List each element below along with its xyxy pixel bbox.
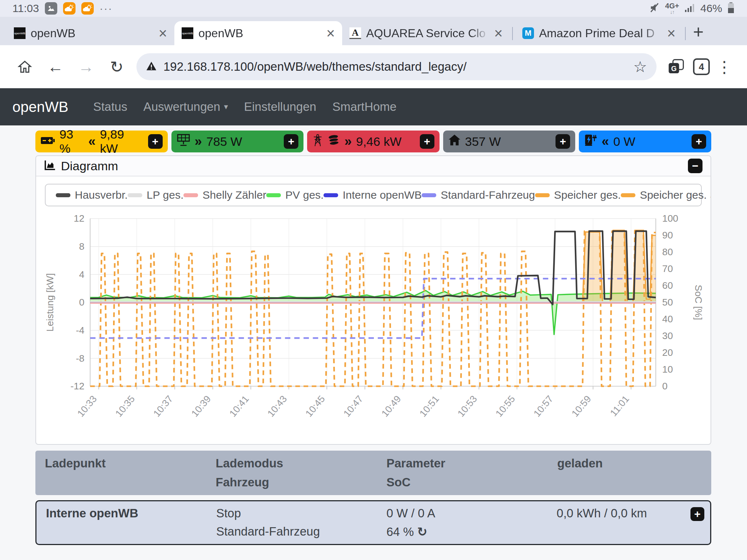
- expand-plus-button[interactable]: +: [690, 507, 704, 521]
- legend-item-shelly[interactable]: Shelly Zähler: [183, 189, 266, 201]
- tab-title: openWB: [198, 27, 321, 40]
- legend-item-hausverbr[interactable]: Hausverbr.: [56, 189, 128, 201]
- parameter-power-current: 0 W / 0 A: [386, 506, 557, 520]
- svg-text:8: 8: [79, 241, 85, 252]
- collapse-minus-button[interactable]: −: [688, 159, 703, 173]
- close-tab-icon[interactable]: ×: [494, 26, 503, 40]
- nav-smarthome[interactable]: SmartHome: [332, 100, 396, 114]
- battery-soc-value: 93 %: [59, 127, 84, 156]
- svg-text:40: 40: [662, 314, 673, 324]
- tab-title: Amazon Prime Deal D: [539, 27, 662, 40]
- badge-battery-soc[interactable]: 93 % « 9,89 kW +: [35, 131, 168, 152]
- mute-icon: [649, 3, 660, 14]
- col-soc: SoC: [387, 475, 557, 489]
- tab-openwb-2-active[interactable]: openWB openWB ×: [174, 21, 342, 45]
- bookmark-star-icon[interactable]: ☆: [633, 58, 647, 76]
- expand-plus-button[interactable]: +: [692, 134, 706, 149]
- badge-house[interactable]: 357 W +: [443, 131, 576, 152]
- svg-text:10:41: 10:41: [227, 393, 251, 419]
- vehicle-name: Standard-Fahrzeug: [216, 525, 387, 539]
- legend-item-speicher-soc[interactable]: Speicher ges. SoC: [621, 189, 711, 201]
- close-tab-icon[interactable]: ×: [326, 26, 335, 40]
- svg-text:10: 10: [662, 364, 673, 375]
- svg-text:10:51: 10:51: [417, 393, 441, 419]
- svg-text:30: 30: [662, 330, 673, 341]
- legend-item-standard-fahrzeug[interactable]: Standard-Fahrzeug: [422, 189, 535, 201]
- battery-power-value: 9,89 kW: [100, 127, 139, 156]
- aquarea-favicon: A: [349, 27, 361, 39]
- url-text[interactable]: 192.168.178.100/openWB/web/themes/standa…: [163, 60, 627, 74]
- tab-aquarea[interactable]: A AQUAREA Service Clo ×: [342, 21, 510, 45]
- browser-tab-strip: openWB openWB × openWB openWB × A AQUARE…: [0, 17, 747, 45]
- legend-swatch: [535, 193, 550, 197]
- nav-status[interactable]: Status: [93, 100, 127, 114]
- svg-text:-12: -12: [70, 381, 84, 392]
- badge-grid[interactable]: » 9,46 kW +: [307, 131, 440, 152]
- tab-openwb-1[interactable]: openWB openWB ×: [7, 21, 174, 45]
- tab-amazon-deal[interactable]: M Amazon Prime Deal D ×: [515, 21, 683, 45]
- svg-text:10:47: 10:47: [341, 393, 365, 419]
- tab-switcher-button[interactable]: 4: [693, 58, 710, 75]
- security-warning-icon: [146, 61, 157, 73]
- legend-item-lp-ges[interactable]: LP ges.: [128, 189, 183, 201]
- nav-einstellungen[interactable]: Einstellungen: [244, 100, 316, 114]
- diagram-panel-header[interactable]: Diagramm −: [36, 156, 711, 176]
- weather-notification-icon-2: [81, 2, 94, 15]
- nav-auswertungen[interactable]: Auswertungen▾: [143, 100, 228, 114]
- refresh-soc-icon[interactable]: ↻: [417, 525, 427, 538]
- close-tab-icon[interactable]: ×: [667, 26, 676, 40]
- forward-button[interactable]: →: [72, 53, 100, 81]
- svg-text:10:57: 10:57: [531, 393, 555, 419]
- legend-swatch: [422, 193, 436, 197]
- col-ladepunkt: Ladepunkt: [45, 456, 216, 470]
- close-tab-icon[interactable]: ×: [159, 26, 167, 40]
- legend-item-interne-openwb[interactable]: Interne openWB: [324, 189, 422, 201]
- svg-text:50: 50: [662, 297, 673, 308]
- svg-text:4: 4: [79, 269, 85, 280]
- expand-plus-button[interactable]: +: [148, 134, 163, 149]
- svg-text:70: 70: [662, 263, 673, 274]
- svg-text:20: 20: [662, 347, 673, 358]
- svg-text:0: 0: [662, 381, 668, 392]
- legend-item-speicher-ges[interactable]: Speicher ges.: [535, 189, 621, 201]
- ev-charger-icon: [584, 134, 597, 149]
- page-content: 93 % « 9,89 kW + » 785 W +: [0, 125, 747, 560]
- expand-plus-button[interactable]: +: [556, 134, 570, 149]
- svg-text:80: 80: [662, 246, 673, 257]
- diagram-panel-body: Hausverbr. LP ges. Shelly Zähler PV ges.…: [36, 176, 711, 444]
- svg-text:Leistung [kW]: Leistung [kW]: [44, 273, 55, 331]
- svg-text:-4: -4: [76, 325, 84, 336]
- home-button[interactable]: [11, 53, 39, 81]
- legend-swatch: [324, 193, 338, 197]
- legend-swatch: [266, 193, 281, 197]
- svg-text:SoC [%]: SoC [%]: [693, 285, 704, 320]
- signal-bars-icon: [684, 3, 695, 14]
- openwb-favicon: openWB: [14, 27, 26, 39]
- chargepoint-row-interne-openwb: Interne openWB Stop 0 W / 0 A 0,0 kWh / …: [35, 500, 711, 545]
- brand-openwb[interactable]: openWB: [12, 99, 68, 115]
- charged-energy: 0,0 kWh / 0,0 km: [557, 506, 701, 520]
- expand-plus-button[interactable]: +: [284, 134, 298, 149]
- translate-icon[interactable]: G: [662, 53, 690, 81]
- address-bar[interactable]: 192.168.178.100/openWB/web/themes/standa…: [136, 53, 657, 80]
- diagram-title: Diagramm: [61, 159, 118, 173]
- expand-plus-button[interactable]: +: [420, 134, 434, 149]
- screen: 11:03 ··· 4G+ ↓↑ 46%: [0, 0, 747, 560]
- tab-title: openWB: [31, 27, 154, 40]
- new-tab-button[interactable]: +: [688, 21, 710, 45]
- browser-toolbar: ← → ↻ 192.168.178.100/openWB/web/themes/…: [0, 45, 747, 88]
- svg-text:10:55: 10:55: [494, 393, 517, 419]
- badge-pv[interactable]: » 785 W +: [171, 131, 304, 152]
- house-power-value: 357 W: [465, 135, 501, 149]
- legend-swatch: [128, 193, 142, 197]
- browser-menu-icon[interactable]: ⋮: [713, 58, 736, 76]
- battery-percent: 46%: [700, 2, 722, 15]
- back-button[interactable]: ←: [42, 53, 69, 81]
- badge-chargepoint[interactable]: « 0 W +: [579, 131, 711, 152]
- openwb-navbar: openWB Status Auswertungen▾ Einstellunge…: [0, 88, 747, 125]
- svg-text:90: 90: [662, 230, 673, 241]
- legend-item-pv-ges[interactable]: PV ges.: [266, 189, 324, 201]
- reload-button[interactable]: ↻: [103, 53, 131, 81]
- pylon-icon: [312, 133, 323, 149]
- android-status-bar: 11:03 ··· 4G+ ↓↑ 46%: [0, 0, 747, 17]
